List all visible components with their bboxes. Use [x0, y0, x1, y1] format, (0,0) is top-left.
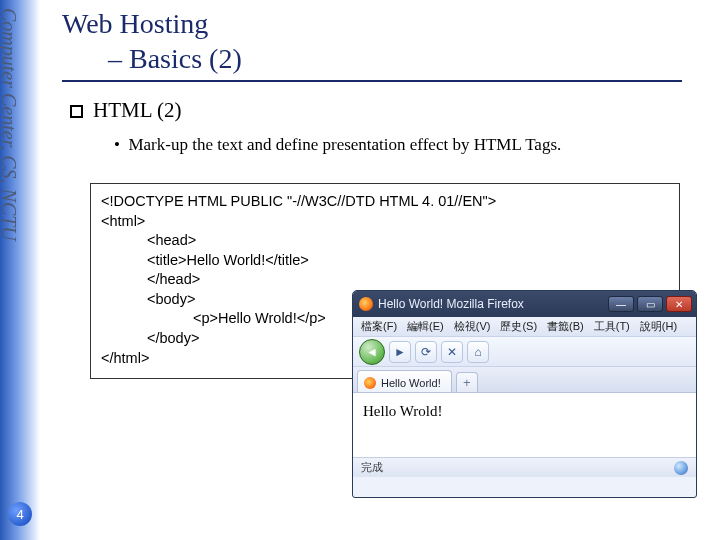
menu-edit[interactable]: 編輯(E): [407, 319, 444, 334]
title-line2: – Basics (2): [62, 41, 710, 76]
section: HTML (2) • Mark-up the text and define p…: [62, 98, 710, 155]
status-text: 完成: [361, 460, 383, 475]
back-button[interactable]: ◄: [359, 339, 385, 365]
home-button[interactable]: ⌂: [467, 341, 489, 363]
code-l5: </head>: [101, 270, 669, 290]
nav-toolbar: ◄ ► ⟳ ✕ ⌂: [353, 337, 696, 367]
code-l1: <!DOCTYPE HTML PUBLIC "-//W3C//DTD HTML …: [101, 193, 496, 209]
code-l9: </html>: [101, 350, 149, 366]
bullet-line: • Mark-up the text and define presentati…: [70, 135, 710, 155]
section-heading: HTML (2): [93, 98, 181, 122]
title-underline: [62, 80, 682, 82]
new-tab-button[interactable]: +: [456, 372, 478, 392]
menu-bar: 檔案(F) 編輯(E) 檢視(V) 歷史(S) 書籤(B) 工具(T) 說明(H…: [353, 317, 696, 337]
firefox-window: Hello World! Mozilla Firefox — ▭ ✕ 檔案(F)…: [352, 290, 697, 498]
stop-button[interactable]: ✕: [441, 341, 463, 363]
window-title: Hello World! Mozilla Firefox: [378, 297, 608, 311]
status-bar: 完成: [353, 457, 696, 477]
menu-tools[interactable]: 工具(T): [594, 319, 630, 334]
menu-view[interactable]: 檢視(V): [454, 319, 491, 334]
minimize-button[interactable]: —: [608, 296, 634, 312]
firefox-icon: [359, 297, 373, 311]
tab-label: Hello World!: [381, 377, 441, 389]
forward-button[interactable]: ►: [389, 341, 411, 363]
code-l2: <html>: [101, 213, 145, 229]
menu-history[interactable]: 歷史(S): [500, 319, 537, 334]
tab-bar: Hello World! +: [353, 367, 696, 393]
close-button[interactable]: ✕: [666, 296, 692, 312]
code-l4: <title>Hello World!</title>: [101, 251, 669, 271]
title-line1: Web Hosting: [62, 8, 208, 39]
page-number-badge: 4: [8, 502, 32, 526]
page-viewport: Hello Wrold!: [353, 393, 696, 457]
reload-button[interactable]: ⟳: [415, 341, 437, 363]
menu-help[interactable]: 說明(H): [640, 319, 677, 334]
browser-tab[interactable]: Hello World!: [357, 370, 452, 392]
security-zone-icon: [674, 461, 688, 475]
menu-file[interactable]: 檔案(F): [361, 319, 397, 334]
window-titlebar[interactable]: Hello World! Mozilla Firefox — ▭ ✕: [353, 291, 696, 317]
tab-favicon-icon: [364, 377, 376, 389]
bullet-text: Mark-up the text and define presentation…: [128, 135, 561, 154]
square-bullet-icon: [70, 105, 83, 118]
maximize-button[interactable]: ▭: [637, 296, 663, 312]
sidebar-gradient: Computer Center, CS, NCTU: [0, 0, 40, 540]
code-l3: <head>: [101, 231, 669, 251]
page-text: Hello Wrold!: [363, 403, 443, 419]
slide-title: Web Hosting – Basics (2): [62, 6, 710, 76]
menu-bookmarks[interactable]: 書籤(B): [547, 319, 584, 334]
sidebar-label: Computer Center, CS, NCTU: [0, 8, 20, 241]
